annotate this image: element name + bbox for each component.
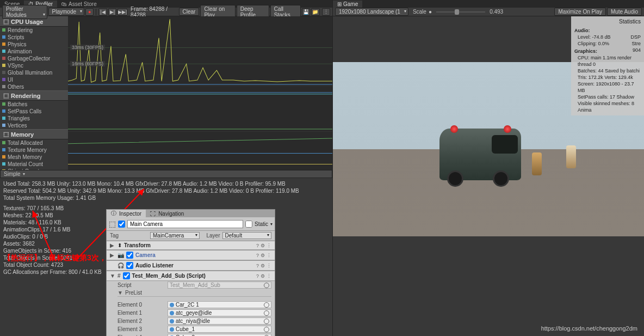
gear-icon[interactable]: ⚙ bbox=[261, 243, 265, 248]
element-label: Element 2 bbox=[117, 318, 165, 324]
save-icon[interactable]: 💾 bbox=[302, 8, 310, 16]
cpu-chart[interactable]: 33ms (30FPS) 16ms (60FPS) bbox=[68, 16, 332, 86]
fps30-label: 33ms (30FPS) bbox=[70, 45, 105, 50]
playmode-dropdown[interactable]: Playmode bbox=[48, 8, 84, 16]
cpu-item[interactable]: Physics bbox=[0, 41, 68, 48]
object-picker-icon[interactable] bbox=[264, 302, 269, 308]
component-transform[interactable]: ▶ ⬍ Transform ?⚙⋮ bbox=[107, 241, 275, 250]
load-icon[interactable]: 📁 bbox=[311, 8, 319, 16]
help-icon[interactable]: ? bbox=[256, 273, 259, 279]
cpu-item[interactable]: Others bbox=[0, 83, 68, 90]
navigation-icon: ⛶ bbox=[150, 211, 156, 217]
prev-frame-button[interactable]: |◀ bbox=[98, 8, 107, 16]
help-icon[interactable]: ? bbox=[256, 253, 259, 258]
transform-icon: ⬍ bbox=[117, 242, 122, 248]
object-picker-icon[interactable] bbox=[264, 283, 269, 288]
audio-enabled-checkbox[interactable] bbox=[126, 262, 133, 269]
script-field: Test_Mem_Add_Sub bbox=[168, 282, 271, 289]
rendering-header[interactable]: ⬚ Rendering bbox=[0, 90, 68, 101]
tab-inspector[interactable]: ⓘInspector bbox=[107, 210, 146, 217]
tab-navigation[interactable]: ⛶Navigation bbox=[146, 210, 188, 217]
active-checkbox[interactable] bbox=[118, 221, 125, 228]
tab-game[interactable]: ⊞Game bbox=[333, 1, 362, 8]
memory-item[interactable]: Mesh Memory bbox=[0, 154, 68, 161]
cpu-item[interactable]: Scripts bbox=[0, 34, 68, 41]
script-enabled-checkbox[interactable] bbox=[123, 272, 130, 279]
object-dot-icon bbox=[170, 311, 174, 315]
render-icon: ⬚ bbox=[3, 92, 9, 99]
help-icon[interactable]: ? bbox=[256, 243, 259, 248]
element-row: Element 4Cube_2 bbox=[107, 333, 275, 336]
foldout-icon[interactable]: ▼ bbox=[110, 273, 115, 279]
rendering-item[interactable]: Batches bbox=[0, 101, 68, 108]
store-icon: 🛍 bbox=[61, 1, 67, 7]
element-label: Element 0 bbox=[117, 302, 165, 308]
element-object-field[interactable]: atc_niya@idle bbox=[168, 317, 271, 325]
mute-audio-button[interactable]: Mute Audio bbox=[607, 8, 642, 16]
foldout-icon[interactable]: ▼ bbox=[117, 290, 123, 296]
memory-item[interactable]: Texture Memory bbox=[0, 146, 68, 154]
element-row: Element 3Cube_1 bbox=[107, 325, 275, 333]
element-object-field[interactable]: atc_geye@idle bbox=[168, 309, 271, 316]
element-label: Element 1 bbox=[117, 310, 165, 316]
next-frame-button[interactable]: ▶| bbox=[108, 8, 116, 16]
object-dot-icon bbox=[170, 319, 174, 323]
name-field[interactable] bbox=[127, 220, 243, 228]
menu-icon[interactable]: ⋮ bbox=[267, 253, 271, 258]
clear-button[interactable]: Clear bbox=[179, 8, 200, 16]
menu-icon[interactable]: ⋮ bbox=[267, 273, 271, 279]
memory-item[interactable]: Total Allocated bbox=[0, 139, 68, 146]
object-dot-icon bbox=[170, 327, 174, 332]
cpu-item[interactable]: UI bbox=[0, 76, 68, 83]
menu-icon[interactable]: ⋮ bbox=[322, 8, 330, 16]
profiler-modules-dropdown[interactable]: Profiler Modules bbox=[2, 5, 47, 19]
element-object-field[interactable]: Cube_2 bbox=[168, 334, 271, 336]
memory-item[interactable]: Material Count bbox=[0, 161, 68, 168]
gear-icon[interactable]: ⚙ bbox=[261, 263, 265, 268]
rendering-chart[interactable] bbox=[68, 86, 332, 132]
element-row: Element 1atc_geye@idle bbox=[107, 309, 275, 317]
fps60-label: 16ms (60FPS) bbox=[70, 61, 105, 66]
maximize-on-play-button[interactable]: Maximize On Play bbox=[554, 8, 606, 16]
watermark: https://blog.csdn.net/chenggong2dm bbox=[541, 325, 637, 332]
object-picker-icon[interactable] bbox=[264, 327, 269, 332]
stats-panel: Statistics Audio: Level: -74.8 dBDSP Cli… bbox=[571, 16, 644, 115]
element-object-field[interactable]: Car_2C 1 bbox=[168, 301, 271, 308]
simple-dropdown[interactable]: Simple bbox=[0, 170, 332, 178]
current-frame-button[interactable]: ▶▶| bbox=[117, 8, 127, 16]
cpu-item[interactable]: GarbageCollector bbox=[0, 55, 68, 62]
layer-dropdown[interactable]: Default bbox=[222, 232, 272, 239]
inspector-panel: ⓘInspector ⛶Navigation ⬚ Static▾ Tag Mai… bbox=[106, 209, 275, 336]
gear-icon[interactable]: ⚙ bbox=[261, 253, 265, 258]
cpu-item[interactable]: VSync bbox=[0, 62, 68, 69]
static-checkbox[interactable] bbox=[245, 221, 252, 228]
help-icon[interactable]: ? bbox=[256, 263, 259, 268]
rendering-item[interactable]: Triangles bbox=[0, 115, 68, 122]
cpu-item[interactable]: Global Illumination bbox=[0, 69, 68, 76]
menu-icon[interactable]: ⋮ bbox=[267, 243, 271, 248]
memory-header[interactable]: ⬚ Memory bbox=[0, 129, 68, 139]
object-picker-icon[interactable] bbox=[264, 310, 269, 316]
component-camera[interactable]: ▶ 📷 Camera ?⚙⋮ bbox=[107, 250, 275, 260]
scale-slider[interactable] bbox=[436, 11, 485, 13]
component-audio-listener[interactable]: ▶ 🎧 Audio Listener ?⚙⋮ bbox=[107, 260, 275, 271]
gear-icon[interactable]: ⚙ bbox=[261, 273, 265, 279]
rendering-item[interactable]: SetPass Calls bbox=[0, 108, 68, 115]
cpu-item[interactable]: Rendering bbox=[0, 27, 68, 34]
tab-asset-store[interactable]: 🛍Asset Store bbox=[57, 1, 101, 8]
object-picker-icon[interactable] bbox=[264, 319, 269, 324]
tag-dropdown[interactable]: MainCamera bbox=[150, 232, 200, 239]
cpu-item[interactable]: Animation bbox=[0, 48, 68, 55]
foldout-icon[interactable]: ▶ bbox=[110, 242, 115, 248]
rendering-item[interactable]: Vertices bbox=[0, 122, 68, 129]
record-button[interactable]: ● bbox=[85, 8, 94, 16]
svg-rect-3 bbox=[68, 86, 332, 131]
memory-chart[interactable] bbox=[68, 132, 332, 170]
foldout-icon[interactable]: ▶ bbox=[110, 252, 115, 258]
camera-enabled-checkbox[interactable] bbox=[126, 252, 133, 259]
element-object-field[interactable]: Cube_1 bbox=[168, 326, 271, 333]
resolution-dropdown[interactable]: 1920x1080 Landscape (1 bbox=[335, 8, 408, 16]
game-icon: ⊞ bbox=[337, 1, 342, 7]
component-script[interactable]: ▼ # Test_Mem_Add_Sub (Script) ?⚙⋮ bbox=[107, 271, 275, 281]
menu-icon[interactable]: ⋮ bbox=[267, 263, 271, 268]
